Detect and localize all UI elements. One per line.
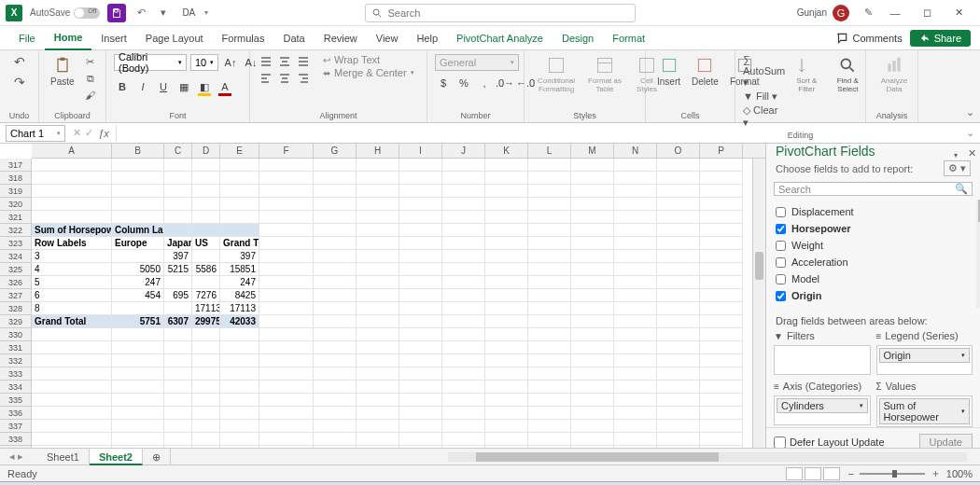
cell[interactable] — [700, 354, 743, 367]
cell[interactable] — [32, 433, 112, 446]
cell[interactable] — [112, 341, 164, 354]
legend-drop-area[interactable]: Origin▾ — [876, 345, 973, 375]
cell[interactable] — [314, 237, 357, 250]
field-item[interactable]: Horsepower — [776, 220, 971, 237]
cell[interactable] — [485, 381, 528, 394]
cell[interactable] — [32, 159, 112, 172]
cell[interactable] — [259, 433, 314, 446]
row-header[interactable]: 326 — [0, 276, 32, 289]
cell[interactable] — [571, 198, 614, 211]
cell[interactable] — [614, 198, 657, 211]
cell[interactable] — [220, 341, 259, 354]
cell[interactable] — [571, 354, 614, 367]
cell[interactable] — [357, 420, 399, 433]
user-name[interactable]: Gunjan — [797, 7, 827, 18]
bold-button[interactable]: B — [114, 78, 131, 95]
normal-view-button[interactable] — [786, 467, 803, 480]
cell[interactable] — [220, 172, 259, 185]
cell[interactable] — [485, 407, 528, 420]
cell[interactable] — [192, 433, 220, 446]
cell[interactable]: Sum of Horsepower — [32, 224, 112, 237]
cell[interactable] — [32, 172, 112, 185]
cell[interactable] — [528, 224, 571, 237]
redo-icon[interactable]: ↷ — [14, 75, 25, 90]
column-header[interactable]: H — [357, 144, 399, 158]
cell[interactable]: 454 — [112, 289, 164, 302]
column-header[interactable]: N — [614, 144, 657, 158]
cell[interactable] — [314, 420, 357, 433]
column-headers[interactable]: ABCDEFGHIJKLMNOP — [32, 144, 765, 159]
delete-cells-button[interactable]: Delete — [688, 54, 722, 89]
tab-format[interactable]: Format — [603, 26, 654, 50]
cell[interactable] — [399, 289, 442, 302]
cell[interactable] — [614, 250, 657, 263]
paste-button[interactable]: Paste — [47, 54, 78, 89]
cell[interactable] — [164, 381, 192, 394]
cell[interactable] — [700, 289, 743, 302]
cell[interactable] — [700, 185, 743, 198]
column-header[interactable]: G — [314, 144, 357, 158]
tab-review[interactable]: Review — [315, 26, 367, 50]
cell[interactable] — [528, 159, 571, 172]
row-header[interactable]: 323 — [0, 237, 32, 250]
cell[interactable] — [442, 381, 485, 394]
copy-button[interactable]: ⧉ — [82, 71, 99, 86]
row-header[interactable]: 331 — [0, 341, 32, 354]
cell[interactable] — [485, 302, 528, 315]
cell[interactable] — [442, 302, 485, 315]
wrap-text-button[interactable]: ↩Wrap Text — [323, 54, 414, 65]
tab-formulas[interactable]: Formulas — [213, 26, 274, 50]
cell[interactable] — [571, 263, 614, 276]
cell[interactable] — [164, 328, 192, 341]
cell[interactable]: 7276 — [192, 289, 220, 302]
format-painter-button[interactable]: 🖌 — [82, 88, 99, 103]
cell[interactable] — [485, 420, 528, 433]
cell[interactable]: Grand Total — [32, 315, 112, 328]
cell[interactable] — [220, 354, 259, 367]
cell[interactable] — [571, 407, 614, 420]
cell[interactable] — [571, 224, 614, 237]
share-button[interactable]: Share — [910, 30, 971, 47]
page-break-view-button[interactable] — [823, 467, 840, 480]
merge-center-button[interactable]: ⬌Merge & Center▾ — [323, 67, 414, 78]
doc-dropdown-icon[interactable]: ▾ — [204, 8, 208, 17]
cell[interactable] — [528, 289, 571, 302]
cell[interactable] — [442, 315, 485, 328]
cell[interactable] — [314, 302, 357, 315]
row-header[interactable]: 317 — [0, 159, 32, 172]
page-layout-view-button[interactable] — [805, 467, 821, 480]
row-header[interactable]: 334 — [0, 381, 32, 394]
cell[interactable]: 5751 — [112, 315, 164, 328]
cell[interactable]: 397 — [220, 250, 259, 263]
tab-file[interactable]: File — [9, 26, 45, 50]
cell[interactable] — [485, 263, 528, 276]
cell[interactable] — [614, 341, 657, 354]
cell[interactable] — [528, 354, 571, 367]
cell[interactable] — [528, 394, 571, 407]
cell[interactable] — [442, 433, 485, 446]
grow-font-button[interactable]: A↑ — [222, 54, 239, 71]
cell[interactable] — [399, 302, 442, 315]
cell[interactable] — [399, 420, 442, 433]
tab-help[interactable]: Help — [407, 26, 447, 50]
cell[interactable] — [399, 433, 442, 446]
cell[interactable] — [357, 250, 399, 263]
cell[interactable]: 6307 — [164, 315, 192, 328]
cell[interactable] — [164, 224, 192, 237]
cell[interactable] — [528, 367, 571, 381]
fieldpane-dropdown-icon[interactable]: ▾ — [954, 151, 958, 159]
cell[interactable] — [220, 367, 259, 381]
cell[interactable] — [571, 420, 614, 433]
cell[interactable] — [700, 250, 743, 263]
cell[interactable]: Column Labels — [112, 224, 164, 237]
cell[interactable] — [485, 198, 528, 211]
cell[interactable] — [528, 185, 571, 198]
tab-pivotchart-analyze[interactable]: PivotChart Analyze — [447, 26, 553, 50]
tab-design[interactable]: Design — [553, 26, 603, 50]
close-button[interactable]: ✕ — [943, 0, 974, 26]
cell[interactable] — [32, 185, 112, 198]
column-header[interactable]: A — [32, 144, 112, 158]
cell[interactable] — [614, 263, 657, 276]
cell[interactable] — [657, 159, 700, 172]
cell[interactable] — [571, 328, 614, 341]
